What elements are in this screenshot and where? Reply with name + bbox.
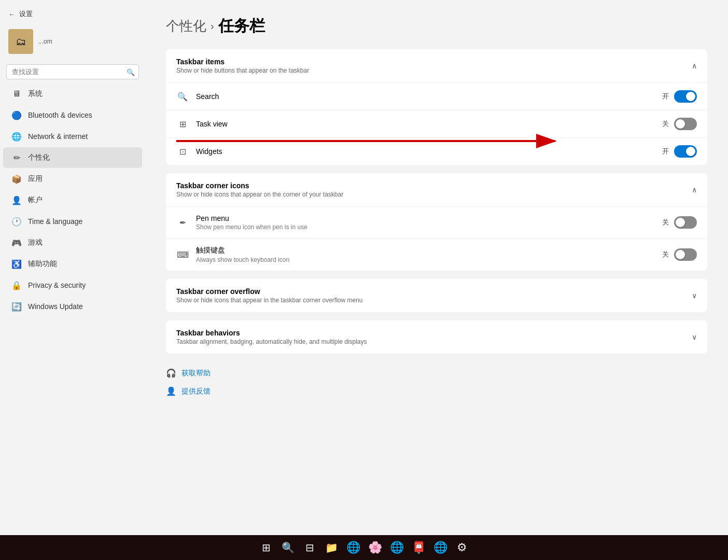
taskbar-start-icon[interactable]: ⊞ bbox=[257, 538, 275, 557]
main-content: 个性化 › 任务栏 Taskbar items Show or hide but… bbox=[145, 0, 728, 477]
toggle-label-widgets: 开 bbox=[662, 147, 669, 156]
toggle-track-task_view bbox=[674, 118, 697, 130]
nav-icon-personalization: ✏ bbox=[11, 152, 22, 163]
sidebar-item-time[interactable]: 🕐 Time & language bbox=[3, 211, 142, 232]
chevron-taskbar_items-icon: ∧ bbox=[692, 62, 697, 70]
get-help-label: 获取帮助 bbox=[181, 369, 211, 378]
sidebar-item-privacy[interactable]: 🔒 Privacy & security bbox=[3, 275, 142, 296]
setting-row-widgets: ⊡ Widgets 开 bbox=[166, 138, 707, 165]
toggle-thumb-widgets bbox=[686, 147, 695, 156]
taskbar-browser2-icon[interactable]: 🌸 bbox=[366, 538, 384, 557]
taskbar-mail-icon[interactable]: 📮 bbox=[409, 538, 428, 557]
nav-label-time: Time & language bbox=[28, 217, 82, 226]
nav-list: 🖥 系统 🔵 Bluetooth & devices 🌐 Network & i… bbox=[0, 83, 145, 317]
toggle-track-search bbox=[674, 90, 697, 103]
nav-label-bluetooth: Bluetooth & devices bbox=[28, 111, 92, 119]
setting-row-search: 🔍 Search 开 bbox=[166, 83, 707, 110]
setting-name-pen_menu: Pen menu bbox=[196, 214, 307, 222]
chevron-taskbar_corner_icons-icon: ∧ bbox=[692, 186, 697, 194]
toggle-touch_keyboard[interactable] bbox=[674, 248, 697, 261]
nav-label-accessibility: 辅助功能 bbox=[28, 259, 57, 269]
taskbar-browser1-icon[interactable]: 🌐 bbox=[344, 538, 362, 557]
feedback-icon: 👤 bbox=[166, 386, 176, 396]
help-section: 🎧 获取帮助 👤 提供反馈 bbox=[166, 364, 707, 400]
nav-label-network: Network & internet bbox=[28, 132, 88, 141]
sidebar-item-gaming[interactable]: 🎮 游戏 bbox=[3, 232, 142, 253]
avatar: 🗂 bbox=[8, 29, 33, 54]
section-taskbar_behaviors: Taskbar behaviors Taskbar alignment, bad… bbox=[166, 320, 707, 354]
taskbar-chrome-icon[interactable]: 🌐 bbox=[431, 538, 450, 557]
search-icon: 🔍 bbox=[127, 68, 135, 76]
feedback-link[interactable]: 👤 提供反馈 bbox=[166, 382, 707, 400]
back-button[interactable]: ← 设置 bbox=[0, 5, 145, 23]
chevron-taskbar_behaviors-icon: ∨ bbox=[692, 333, 697, 341]
section-header-taskbar_corner_icons[interactable]: Taskbar corner icons Show or hide icons … bbox=[166, 173, 707, 206]
section-header-taskbar_behaviors[interactable]: Taskbar behaviors Taskbar alignment, bad… bbox=[166, 320, 707, 354]
setting-row-pen_menu: ✒ Pen menu Show pen menu icon when pen i… bbox=[166, 207, 707, 239]
sections-container: Taskbar items Show or hide buttons that … bbox=[166, 49, 707, 354]
sidebar-item-accessibility[interactable]: ♿ 辅助功能 bbox=[3, 254, 142, 274]
taskbar-settings-icon[interactable]: ⚙ bbox=[453, 538, 471, 557]
nav-icon-privacy: 🔒 bbox=[11, 280, 22, 290]
sidebar-item-accounts[interactable]: 👤 帐户 bbox=[3, 190, 142, 211]
sidebar-item-apps[interactable]: 📦 应用 bbox=[3, 169, 142, 189]
section-header-taskbar_corner_overflow[interactable]: Taskbar corner overflow Show or hide ico… bbox=[166, 279, 707, 312]
toggle-label-pen_menu: 关 bbox=[662, 218, 669, 227]
breadcrumb-parent: 个性化 bbox=[166, 17, 206, 35]
setting-icon-search: 🔍 bbox=[176, 90, 189, 103]
toggle-search[interactable] bbox=[674, 90, 697, 103]
setting-name-touch_keyboard: 触摸键盘 bbox=[196, 246, 289, 255]
help-icon: 🎧 bbox=[166, 368, 176, 378]
section-title-taskbar_behaviors: Taskbar behaviors bbox=[176, 329, 367, 337]
sidebar: ← 设置 🗂 ...om 🔍 🖥 系统 🔵 Bluetooth & device… bbox=[0, 0, 145, 477]
nav-icon-gaming: 🎮 bbox=[11, 237, 22, 248]
nav-label-system: 系统 bbox=[28, 89, 43, 99]
section-content-taskbar_corner_icons: ✒ Pen menu Show pen menu icon when pen i… bbox=[166, 206, 707, 271]
get-help-link[interactable]: 🎧 获取帮助 bbox=[166, 364, 707, 382]
taskbar-taskview-icon[interactable]: ⊟ bbox=[300, 538, 319, 557]
nav-label-privacy: Privacy & security bbox=[28, 281, 86, 289]
toggle-widgets[interactable] bbox=[674, 145, 697, 158]
nav-label-apps: 应用 bbox=[28, 174, 43, 184]
nav-label-gaming: 游戏 bbox=[28, 238, 43, 247]
nav-icon-accounts: 👤 bbox=[11, 195, 22, 205]
section-content-taskbar_items: 🔍 Search 开 bbox=[166, 82, 707, 165]
toggle-task_view[interactable] bbox=[674, 118, 697, 130]
taskbar: ⊞ 🔍 ⊟ 📁 🌐 🌸 🌐 📮 🌐 ⚙ bbox=[0, 535, 728, 560]
back-arrow-icon: ← bbox=[8, 10, 15, 18]
section-title-taskbar_corner_overflow: Taskbar corner overflow bbox=[176, 287, 363, 296]
sidebar-item-network[interactable]: 🌐 Network & internet bbox=[3, 126, 142, 147]
taskbar-search-icon[interactable]: 🔍 bbox=[278, 538, 297, 557]
section-header-taskbar_items[interactable]: Taskbar items Show or hide buttons that … bbox=[166, 49, 707, 82]
nav-icon-time: 🕐 bbox=[11, 216, 22, 227]
toggle-label-touch_keyboard: 关 bbox=[662, 250, 669, 259]
toggle-pen_menu[interactable] bbox=[674, 216, 697, 229]
section-subtitle-taskbar_behaviors: Taskbar alignment, badging, automaticall… bbox=[176, 338, 367, 345]
nav-label-accounts: 帐户 bbox=[28, 195, 43, 205]
section-taskbar_corner_overflow: Taskbar corner overflow Show or hide ico… bbox=[166, 279, 707, 312]
toggle-track-touch_keyboard bbox=[674, 248, 697, 261]
setting-icon-touch_keyboard: ⌨ bbox=[176, 248, 189, 261]
toggle-thumb-pen_menu bbox=[676, 218, 685, 227]
chevron-taskbar_corner_overflow-icon: ∨ bbox=[692, 291, 697, 300]
nav-icon-network: 🌐 bbox=[11, 131, 22, 142]
sidebar-item-system[interactable]: 🖥 系统 bbox=[3, 83, 142, 104]
user-name: ...om bbox=[38, 38, 52, 45]
section-subtitle-taskbar_corner_icons: Show or hide icons that appear on the co… bbox=[176, 191, 343, 198]
setting-desc-touch_keyboard: Always show touch keyboard icon bbox=[196, 256, 289, 263]
breadcrumb-current: 任务栏 bbox=[218, 16, 265, 37]
sidebar-item-windows_update[interactable]: 🔄 Windows Update bbox=[3, 296, 142, 317]
toggle-thumb-search bbox=[686, 92, 695, 101]
search-input[interactable] bbox=[6, 64, 139, 79]
sidebar-item-bluetooth[interactable]: 🔵 Bluetooth & devices bbox=[3, 105, 142, 125]
nav-icon-accessibility: ♿ bbox=[11, 259, 22, 269]
setting-row-task_view: ⊞ Task view 关 bbox=[166, 110, 707, 138]
setting-row-touch_keyboard: ⌨ 触摸键盘 Always show touch keyboard icon 关 bbox=[166, 239, 707, 271]
setting-icon-task_view: ⊞ bbox=[176, 118, 189, 130]
taskbar-files-icon[interactable]: 📁 bbox=[322, 538, 341, 557]
toggle-label-task_view: 关 bbox=[662, 119, 669, 129]
sidebar-item-personalization[interactable]: ✏ 个性化 bbox=[3, 147, 142, 168]
taskbar-browser3-icon[interactable]: 🌐 bbox=[387, 538, 406, 557]
setting-name-widgets: Widgets bbox=[196, 147, 222, 156]
nav-icon-system: 🖥 bbox=[11, 89, 22, 99]
